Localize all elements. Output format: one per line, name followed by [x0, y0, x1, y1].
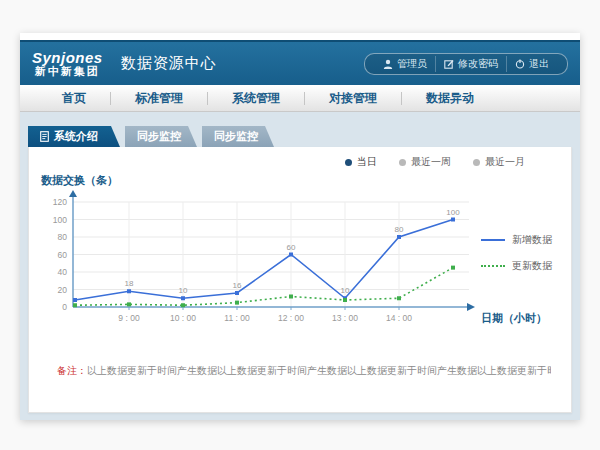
content-area: 系统介绍 同步监控 同步监控 当日 最近一周 [20, 112, 580, 420]
legend-item-update-data: 更新数据 [481, 259, 577, 273]
edit-icon [444, 59, 454, 69]
legend-label: 新增数据 [512, 233, 552, 247]
radio-label: 当日 [357, 155, 377, 169]
svg-text:11 : 00: 11 : 00 [224, 313, 250, 323]
radio-dot [473, 159, 480, 166]
radio-dot [345, 159, 352, 166]
svg-text:日期（小时）: 日期（小时） [481, 312, 547, 325]
footnote: 备注：以上数据更新于时间产生数据以上数据更新于时间产生数据以上数据更新于时间产生… [57, 364, 551, 377]
legend-swatch-solid-line [481, 239, 505, 241]
footnote-prefix: 备注： [57, 365, 87, 376]
tab-label: 同步监控 [214, 129, 258, 144]
header: Synjones 新中新集团 数据资源中心 管理员 修改密码 [20, 40, 580, 85]
document-icon [40, 131, 49, 142]
change-password-label: 修改密码 [458, 57, 498, 71]
line-chart: 0204060801001209 : 0010 : 0011 : 0012 : … [29, 189, 571, 337]
brand-logo-cn: 新中新集团 [32, 66, 103, 78]
footnote-text: 以上数据更新于时间产生数据以上数据更新于时间产生数据以上数据更新于时间产生数据以… [87, 365, 551, 376]
nav-item-standard-mgmt[interactable]: 标准管理 [111, 90, 207, 107]
top-strip [20, 33, 580, 40]
chart-legend: 新增数据 更新数据 [481, 233, 577, 285]
logout-button[interactable]: 退出 [506, 56, 557, 72]
svg-text:120: 120 [53, 197, 67, 207]
tab-label: 系统介绍 [54, 129, 98, 144]
time-range-filter: 当日 最近一周 最近一月 [29, 147, 571, 169]
chart-y-axis-title: 数据交换（条） [41, 173, 571, 188]
tab-label: 同步监控 [137, 129, 181, 144]
main-nav: 首页 标准管理 系统管理 对接管理 数据异动 [20, 85, 580, 112]
nav-item-home[interactable]: 首页 [38, 90, 110, 107]
svg-text:80: 80 [395, 225, 404, 234]
radio-dot [399, 159, 406, 166]
current-user[interactable]: 管理员 [375, 56, 435, 72]
svg-text:14 : 00: 14 : 00 [386, 313, 412, 323]
nav-item-integration-mgmt[interactable]: 对接管理 [305, 90, 401, 107]
nav-item-system-mgmt[interactable]: 系统管理 [208, 90, 304, 107]
svg-text:80: 80 [58, 232, 68, 242]
brand-logo: Synjones 新中新集团 [32, 50, 103, 77]
svg-text:20: 20 [58, 285, 68, 295]
user-toolbar: 管理员 修改密码 退出 [364, 53, 568, 75]
svg-text:10 : 00: 10 : 00 [170, 313, 196, 323]
power-icon [515, 59, 525, 69]
logout-label: 退出 [529, 57, 549, 71]
current-user-label: 管理员 [397, 57, 427, 71]
svg-text:18: 18 [125, 279, 134, 288]
svg-text:100: 100 [53, 215, 67, 225]
svg-text:10: 10 [179, 286, 188, 295]
brand-logo-en: Synjones [32, 50, 103, 66]
svg-text:0: 0 [62, 302, 67, 312]
svg-text:13 : 00: 13 : 00 [332, 313, 358, 323]
legend-item-new-data: 新增数据 [481, 233, 577, 247]
svg-text:10: 10 [341, 286, 350, 295]
tab-sync-monitor-2[interactable]: 同步监控 [202, 126, 274, 147]
svg-text:60: 60 [287, 243, 296, 252]
svg-text:9 : 00: 9 : 00 [118, 313, 140, 323]
radio-label: 最近一周 [411, 155, 451, 169]
radio-today[interactable]: 当日 [345, 155, 377, 169]
tab-sync-monitor-1[interactable]: 同步监控 [125, 126, 197, 147]
legend-label: 更新数据 [512, 259, 552, 273]
radio-label: 最近一月 [485, 155, 525, 169]
radio-last-month[interactable]: 最近一月 [473, 155, 525, 169]
nav-item-data-change[interactable]: 数据异动 [402, 90, 498, 107]
tab-system-intro[interactable]: 系统介绍 [28, 126, 120, 147]
svg-text:60: 60 [58, 250, 68, 260]
tab-panel: 当日 最近一周 最近一月 数据交换（条） 0204060801001209 : … [28, 147, 572, 413]
tab-bar: 系统介绍 同步监控 同步监控 [28, 126, 572, 147]
svg-text:100: 100 [446, 208, 460, 217]
svg-text:12 : 00: 12 : 00 [278, 313, 304, 323]
svg-text:40: 40 [58, 267, 68, 277]
svg-text:16: 16 [233, 281, 242, 290]
page-title: 数据资源中心 [121, 54, 217, 73]
page: Synjones 新中新集团 数据资源中心 管理员 修改密码 [20, 33, 580, 420]
legend-swatch-dashed-line [481, 265, 505, 267]
radio-last-week[interactable]: 最近一周 [399, 155, 451, 169]
change-password-button[interactable]: 修改密码 [435, 56, 506, 72]
user-icon [383, 59, 393, 69]
